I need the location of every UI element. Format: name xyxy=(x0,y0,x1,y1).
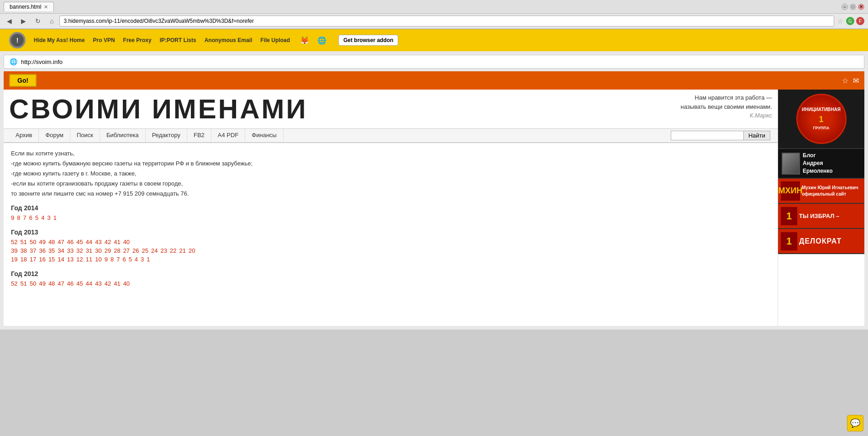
star-header-icon[interactable]: ☆ xyxy=(842,76,848,85)
sidebar-banner-delokrat[interactable]: 1 ДЕЛОКРАТ xyxy=(778,229,864,254)
issue-link[interactable]: 43 xyxy=(95,280,101,287)
issue-link[interactable]: 40 xyxy=(123,280,130,287)
hma-anon-email-link[interactable]: Anonymous Email xyxy=(205,37,253,43)
issue-link[interactable]: 4 xyxy=(135,256,138,263)
back-button[interactable]: ◀ xyxy=(4,16,15,26)
nav-fb2[interactable]: FB2 xyxy=(187,129,211,142)
firefox-icon[interactable]: 🦊 xyxy=(300,36,309,45)
envelope-header-icon[interactable]: ✉ xyxy=(853,76,859,85)
issue-link[interactable]: 26 xyxy=(132,247,139,254)
issue-link[interactable]: 48 xyxy=(48,239,55,245)
issue-link[interactable]: 3 xyxy=(47,214,50,221)
issue-link[interactable]: 3 xyxy=(141,256,144,263)
minimize-btn[interactable]: – xyxy=(842,4,848,10)
hma-ip-port-link[interactable]: IP:PORT Lists xyxy=(160,37,196,43)
refresh-button[interactable]: ↻ xyxy=(32,16,44,26)
extension-icon-2[interactable]: F xyxy=(856,17,864,25)
nav-editor[interactable]: Редактору xyxy=(146,129,187,142)
issue-link[interactable]: 17 xyxy=(30,256,36,263)
close-btn[interactable]: ✕ xyxy=(858,4,864,10)
issue-link[interactable]: 31 xyxy=(86,247,92,254)
issue-link[interactable]: 19 xyxy=(11,256,17,263)
maximize-btn[interactable]: □ xyxy=(850,4,856,10)
issue-link[interactable]: 7 xyxy=(23,214,26,221)
get-addon-button[interactable]: Get browser addon xyxy=(338,35,398,46)
tab-close-btn[interactable]: ✕ xyxy=(44,4,48,10)
issue-link[interactable]: 42 xyxy=(105,239,111,245)
issue-link[interactable]: 38 xyxy=(20,247,26,254)
chrome-icon[interactable]: 🌐 xyxy=(317,36,326,45)
hma-logo[interactable]: ! xyxy=(9,32,26,48)
issue-link[interactable]: 49 xyxy=(39,239,45,245)
issue-link[interactable]: 16 xyxy=(39,256,45,263)
sidebar-banner-blog[interactable]: Блог Андрея Ермоленко xyxy=(778,149,864,179)
nav-search[interactable]: Поиск xyxy=(70,129,100,142)
issue-link[interactable]: 44 xyxy=(86,239,92,245)
issue-link[interactable]: 7 xyxy=(116,256,120,263)
issue-link[interactable]: 5 xyxy=(129,256,132,263)
issue-link[interactable]: 40 xyxy=(123,239,130,245)
home-button[interactable]: ⌂ xyxy=(47,16,57,26)
issue-link[interactable]: 8 xyxy=(110,256,114,263)
issue-link[interactable]: 5 xyxy=(35,214,38,221)
issue-link[interactable]: 46 xyxy=(67,280,74,287)
issue-link[interactable]: 35 xyxy=(48,247,55,254)
sidebar-banner-ty-izbral[interactable]: 1 ТЫ ИЗБРАЛ – xyxy=(778,204,864,229)
hma-home-link[interactable]: Hide My Ass! Home xyxy=(34,37,85,43)
issue-link[interactable]: 1 xyxy=(53,214,57,221)
issue-link[interactable]: 45 xyxy=(76,280,83,287)
issue-link[interactable]: 12 xyxy=(76,256,83,263)
issue-link[interactable]: 44 xyxy=(86,280,92,287)
extension-icon-1[interactable]: G xyxy=(846,17,854,25)
issue-link[interactable]: 27 xyxy=(123,247,130,254)
issue-link[interactable]: 8 xyxy=(17,214,20,221)
issue-link[interactable]: 13 xyxy=(67,256,74,263)
hma-free-proxy-link[interactable]: Free Proxy xyxy=(123,37,152,43)
nav-a4pdf[interactable]: А4 PDF xyxy=(211,129,246,142)
issue-link[interactable]: 10 xyxy=(95,256,101,263)
nav-archive[interactable]: Архив xyxy=(9,129,39,142)
site-search-input[interactable] xyxy=(671,131,744,140)
issue-link[interactable]: 1 xyxy=(147,256,150,263)
issue-link[interactable]: 29 xyxy=(105,247,111,254)
issue-link[interactable]: 33 xyxy=(67,247,74,254)
issue-link[interactable]: 9 xyxy=(11,214,14,221)
issue-link[interactable]: 42 xyxy=(105,280,111,287)
issue-link[interactable]: 50 xyxy=(30,239,36,245)
issue-link[interactable]: 46 xyxy=(67,239,74,245)
issue-link[interactable]: 50 xyxy=(30,280,36,287)
issue-link[interactable]: 41 xyxy=(114,239,120,245)
issue-link[interactable]: 36 xyxy=(39,247,45,254)
issue-link[interactable]: 25 xyxy=(142,247,148,254)
issue-link[interactable]: 45 xyxy=(76,239,83,245)
issue-link[interactable]: 39 xyxy=(11,247,17,254)
issue-link[interactable]: 18 xyxy=(20,256,26,263)
issue-link[interactable]: 6 xyxy=(29,214,32,221)
issue-link[interactable]: 24 xyxy=(151,247,158,254)
sidebar-banner-initiative[interactable]: ИНИЦИАТИВНАЯ 1 ГРУППА xyxy=(778,90,864,149)
issue-link[interactable]: 47 xyxy=(58,280,64,287)
issue-link[interactable]: 48 xyxy=(48,280,55,287)
issue-link[interactable]: 43 xyxy=(95,239,101,245)
sidebar-banner-mukhin[interactable]: ΜΧИН Мухин Юрий Игнатьевич официальный с… xyxy=(778,179,864,204)
issue-link[interactable]: 11 xyxy=(86,256,92,263)
forward-button[interactable]: ▶ xyxy=(18,16,29,26)
issue-link[interactable]: 28 xyxy=(114,247,120,254)
issue-link[interactable]: 6 xyxy=(122,256,126,263)
issue-link[interactable]: 21 xyxy=(179,247,185,254)
hma-pro-vpn-link[interactable]: Pro VPN xyxy=(93,37,115,43)
issue-link[interactable]: 51 xyxy=(20,239,26,245)
issue-link[interactable]: 52 xyxy=(11,280,17,287)
issue-link[interactable]: 34 xyxy=(58,247,64,254)
browser-tab[interactable]: banners.html ✕ xyxy=(4,2,54,11)
issue-link[interactable]: 23 xyxy=(161,247,167,254)
nav-library[interactable]: Библиотека xyxy=(100,129,146,142)
issue-link[interactable]: 49 xyxy=(39,280,45,287)
site-search-button[interactable]: Найти xyxy=(744,131,770,140)
issue-link[interactable]: 41 xyxy=(114,280,120,287)
issue-link[interactable]: 32 xyxy=(76,247,83,254)
issue-link[interactable]: 20 xyxy=(189,247,195,254)
nav-forum[interactable]: Форум xyxy=(39,129,70,142)
issue-link[interactable]: 22 xyxy=(170,247,176,254)
issue-link[interactable]: 51 xyxy=(20,280,26,287)
